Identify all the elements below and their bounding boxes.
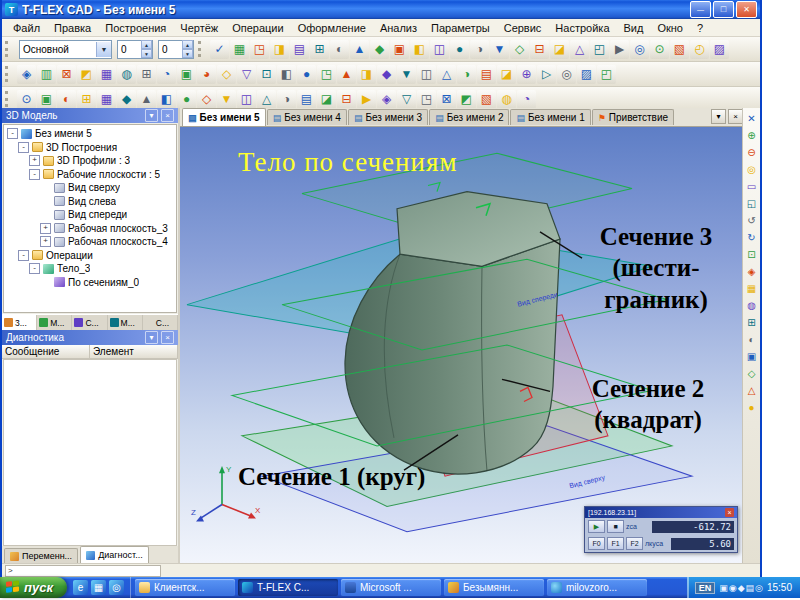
toolbar-icon[interactable]: ● xyxy=(297,65,316,84)
quick-launch-icon[interactable]: ▦ xyxy=(91,580,106,595)
toolbar-icon[interactable]: ⊟ xyxy=(530,40,549,59)
toolbar-icon[interactable]: ▷ xyxy=(537,65,556,84)
toolbar-icon[interactable]: ▼ xyxy=(217,90,236,109)
quick-launch-icon[interactable]: e xyxy=(73,580,88,595)
toolbar-icon[interactable]: ◫ xyxy=(430,40,449,59)
view-toolbar-icon[interactable]: △ xyxy=(744,383,759,398)
tray-icon[interactable]: ▤ xyxy=(746,583,755,593)
command-prompt[interactable]: > xyxy=(5,565,161,577)
tree-toggle[interactable]: - xyxy=(18,142,29,153)
toolbar-grip[interactable] xyxy=(5,66,13,82)
toolbar-icon[interactable]: ▧ xyxy=(477,90,496,109)
toolbar-icon[interactable]: ◑ xyxy=(470,40,489,59)
toolbar-icon[interactable]: ◔ xyxy=(517,90,536,109)
menu-item[interactable]: Вид xyxy=(617,21,651,35)
toolbar-icon[interactable]: △ xyxy=(570,40,589,59)
toolbar-icon[interactable]: ◎ xyxy=(630,40,649,59)
model-panel-header[interactable]: 3D Модель xyxy=(2,108,178,123)
toolbar-grip[interactable] xyxy=(5,41,13,57)
toolbar-icon[interactable]: ◫ xyxy=(417,65,436,84)
toolbar-icon[interactable]: ⊙ xyxy=(17,90,36,109)
toolbar-icon[interactable]: ◈ xyxy=(377,90,396,109)
tray-icon[interactable]: ◉ xyxy=(729,583,737,593)
view-toolbar-icon[interactable]: ⊕ xyxy=(744,128,759,143)
tree-toggle[interactable]: - xyxy=(29,169,40,180)
view-toolbar-icon[interactable]: ▦ xyxy=(744,281,759,296)
toolbar-icon[interactable]: ◔ xyxy=(157,65,176,84)
menu-item[interactable]: ? xyxy=(690,21,710,35)
view-toolbar-icon[interactable]: ◎ xyxy=(744,162,759,177)
menu-item[interactable]: Операции xyxy=(225,21,290,35)
view-toolbar-icon[interactable]: ⊡ xyxy=(744,247,759,262)
toolbar-icon[interactable]: ◕ xyxy=(197,65,216,84)
toolbar-icon[interactable]: ▲ xyxy=(337,65,356,84)
menu-item[interactable]: Настройка xyxy=(548,21,616,35)
toolbar-icon[interactable]: ⊟ xyxy=(337,90,356,109)
toolbar-icon[interactable]: ⊠ xyxy=(437,90,456,109)
toolbar-icon[interactable]: ▨ xyxy=(710,40,729,59)
tray-icon[interactable]: ◎ xyxy=(755,583,763,593)
toolbar-icon[interactable]: ◳ xyxy=(317,65,336,84)
tree-toggle[interactable]: + xyxy=(40,223,51,234)
column-header-element[interactable]: Элемент xyxy=(90,345,178,359)
title-bar[interactable]: T-FLEX CAD - Без имени 5 xyxy=(2,0,760,19)
view-toolbar-icon[interactable]: ◐ xyxy=(744,332,759,347)
document-tab[interactable]: Без имени 3 xyxy=(348,109,428,125)
toolbar-icon[interactable]: ⊠ xyxy=(57,65,76,84)
toolbar-icon[interactable]: ◈ xyxy=(17,65,36,84)
3d-scene[interactable]: Вид спереди Вид сверху Y X Z xyxy=(180,127,746,563)
tree-item[interactable]: + Рабочая плоскость_4 xyxy=(4,235,176,249)
menu-item[interactable]: Правка xyxy=(47,21,98,35)
tree-item[interactable]: По сечениям_0 xyxy=(4,276,176,290)
toolbar-icon[interactable]: ◇ xyxy=(510,40,529,59)
menu-item[interactable]: Построения xyxy=(98,21,173,35)
view-toolbar-icon[interactable]: ✕ xyxy=(744,111,759,126)
view-toolbar-icon[interactable]: ⊖ xyxy=(744,145,759,160)
toolbar-icon[interactable]: ◐ xyxy=(330,40,349,59)
view-toolbar-icon[interactable]: ◍ xyxy=(744,298,759,313)
menu-item[interactable]: Окно xyxy=(650,21,690,35)
toolbar-icon[interactable]: ◩ xyxy=(77,65,96,84)
toolbar-icon[interactable]: ◑ xyxy=(457,65,476,84)
tray-icon[interactable]: ▣ xyxy=(719,583,728,593)
task-button[interactable]: milovzoro... xyxy=(547,579,647,596)
maximize-button[interactable] xyxy=(713,1,734,18)
number-field-1[interactable]: 0 xyxy=(117,40,153,59)
panel-tab[interactable]: Диагност... xyxy=(80,546,149,563)
menu-item[interactable]: Чертёж xyxy=(173,21,225,35)
view-toolbar-icon[interactable]: ▭ xyxy=(744,179,759,194)
panel-close-icon[interactable] xyxy=(161,331,174,344)
toolbar-icon[interactable]: ⊙ xyxy=(650,40,669,59)
menu-item[interactable]: Анализ xyxy=(373,21,424,35)
toolbar-icon[interactable]: ◫ xyxy=(237,90,256,109)
toolbar-icon[interactable]: ◍ xyxy=(497,90,516,109)
tree-item[interactable]: - 3D Построения xyxy=(4,141,176,155)
toolbar-icon[interactable]: ▽ xyxy=(397,90,416,109)
menu-item[interactable]: Сервис xyxy=(497,21,549,35)
toolbar-icon[interactable]: ⊞ xyxy=(137,65,156,84)
toolbar-icon[interactable]: ▤ xyxy=(297,90,316,109)
toolbar-icon[interactable]: ◳ xyxy=(417,90,436,109)
stop-button[interactable]: ■ xyxy=(607,520,624,533)
toolbar-icon[interactable]: ◎ xyxy=(557,65,576,84)
toolbar-icon[interactable]: ▦ xyxy=(97,90,116,109)
toolbar-icon[interactable]: ⊕ xyxy=(517,65,536,84)
toolbar-icon[interactable]: ▧ xyxy=(670,40,689,59)
toolbar-icon[interactable]: ⊞ xyxy=(310,40,329,59)
tree-item[interactable]: + 3D Профили : 3 xyxy=(4,154,176,168)
tree-item[interactable]: Вид слева xyxy=(4,195,176,209)
spin-down-icon[interactable] xyxy=(141,49,152,58)
toolbar-icon[interactable]: ▣ xyxy=(37,90,56,109)
toolbar-icon[interactable]: ▼ xyxy=(490,40,509,59)
toolbar-icon[interactable]: ◨ xyxy=(357,65,376,84)
tab-list-icon[interactable] xyxy=(711,109,726,124)
document-tab[interactable]: Без имени 5 xyxy=(182,108,266,126)
toolbar-icon[interactable]: ◧ xyxy=(410,40,429,59)
toolbar-icon[interactable]: ⊞ xyxy=(77,90,96,109)
coordinate-panel[interactable]: [192.168.23.11] ▶ ■ zca -612.72 F0 F1 F2… xyxy=(584,506,738,553)
tab-close-icon[interactable] xyxy=(728,109,743,124)
panel-menu-icon[interactable] xyxy=(145,109,158,122)
toolbar-icon[interactable]: ▶ xyxy=(357,90,376,109)
toolbar-icon[interactable]: ⊡ xyxy=(257,65,276,84)
toolbar-icon[interactable]: ◐ xyxy=(57,90,76,109)
